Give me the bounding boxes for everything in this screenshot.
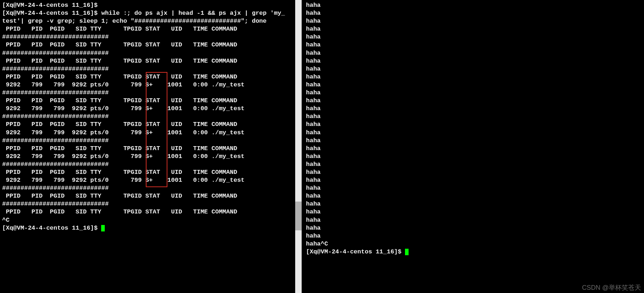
hash-separator: #############################	[2, 89, 293, 97]
hash-separator: #############################	[2, 49, 293, 57]
output-line: haha	[306, 17, 642, 25]
command-line-1: [Xq@VM-24-4-centos 11_16]$ while :; do p…	[2, 9, 293, 17]
prompt-line: [Xq@VM-24-4-centos 11_16]$	[2, 1, 293, 9]
output-line: haha	[306, 49, 642, 57]
ps-header: PPID PID PGID SID TTY TPGID STAT UID TIM…	[2, 208, 293, 216]
output-line: haha	[306, 89, 642, 97]
hash-separator: #############################	[2, 113, 293, 121]
cursor-icon	[101, 225, 105, 231]
ps-header: PPID PID PGID SID TTY TPGID STAT UID TIM…	[2, 73, 293, 81]
hash-separator: #############################	[2, 161, 293, 168]
cursor-icon	[405, 249, 409, 255]
output-line: haha	[306, 65, 642, 73]
prompt-text: [Xq@VM-24-4-centos 11_16]$	[2, 225, 101, 231]
terminal-right-pane[interactable]: haha haha haha haha haha haha haha haha …	[302, 0, 644, 293]
output-line: haha	[306, 161, 642, 168]
scrollbar-track[interactable]	[295, 230, 302, 293]
hash-separator: #############################	[2, 200, 293, 208]
ps-header: PPID PID PGID SID TTY TPGID STAT UID TIM…	[2, 121, 293, 129]
scrollbar[interactable]	[295, 0, 302, 293]
output-line: haha	[306, 105, 642, 113]
output-line: haha	[306, 224, 642, 232]
hash-separator: #############################	[2, 137, 293, 145]
ps-process-row: 9292 799 799 9292 pts/0 799 S+ 1001 0:00…	[2, 176, 293, 184]
ps-process-row: 9292 799 799 9292 pts/0 799 S+ 1001 0:00…	[2, 81, 293, 89]
prompt-line: [Xq@VM-24-4-centos 11_16]$	[306, 248, 642, 256]
output-line: haha	[306, 57, 642, 65]
ps-header: PPID PID PGID SID TTY TPGID STAT UID TIM…	[2, 97, 293, 105]
output-line: haha	[306, 153, 642, 161]
output-line: haha	[306, 73, 642, 81]
hash-separator: #############################	[2, 65, 293, 73]
interrupt-line: haha^C	[306, 240, 642, 248]
ps-header: PPID PID PGID SID TTY TPGID STAT UID TIM…	[2, 41, 293, 49]
output-line: haha	[306, 33, 642, 41]
ps-process-row: 9292 799 799 9292 pts/0 799 S+ 1001 0:00…	[2, 105, 293, 113]
output-line: haha	[306, 137, 642, 145]
output-line: haha	[306, 145, 642, 153]
output-line: haha	[306, 176, 642, 184]
prompt-text: [Xq@VM-24-4-centos 11_16]$	[306, 248, 405, 255]
output-line: haha	[306, 168, 642, 176]
output-line: haha	[306, 184, 642, 192]
output-line: haha	[306, 9, 642, 17]
interrupt-line: ^C	[2, 216, 293, 224]
ps-header: PPID PID PGID SID TTY TPGID STAT UID TIM…	[2, 57, 293, 65]
output-line: haha	[306, 1, 642, 9]
ps-header: PPID PID PGID SID TTY TPGID STAT UID TIM…	[2, 25, 293, 33]
ps-process-row: 9292 799 799 9292 pts/0 799 S+ 1001 0:00…	[2, 153, 293, 161]
scrollbar-thumb[interactable]	[295, 202, 302, 230]
prompt-line: [Xq@VM-24-4-centos 11_16]$	[2, 224, 293, 232]
output-line: haha	[306, 113, 642, 121]
ps-header: PPID PID PGID SID TTY TPGID STAT UID TIM…	[2, 145, 293, 153]
hash-separator: #############################	[2, 184, 293, 192]
output-line: haha	[306, 208, 642, 216]
output-line: haha	[306, 192, 642, 200]
ps-header: PPID PID PGID SID TTY TPGID STAT UID TIM…	[2, 168, 293, 176]
output-line: haha	[306, 121, 642, 129]
output-line: haha	[306, 200, 642, 208]
scrollbar-track[interactable]	[295, 0, 302, 202]
output-line: haha	[306, 41, 642, 49]
output-line: haha	[306, 81, 642, 89]
terminal-left-pane[interactable]: [Xq@VM-24-4-centos 11_16]$ [Xq@VM-24-4-c…	[0, 0, 295, 293]
output-line: haha	[306, 232, 642, 240]
hash-separator: #############################	[2, 33, 293, 41]
command-line-2: test'| grep -v grep; sleep 1; echo "####…	[2, 17, 293, 25]
ps-process-row: 9292 799 799 9292 pts/0 799 S+ 1001 0:00…	[2, 129, 293, 137]
ps-header: PPID PID PGID SID TTY TPGID STAT UID TIM…	[2, 192, 293, 200]
output-line: haha	[306, 25, 642, 33]
output-line: haha	[306, 97, 642, 105]
output-line: haha	[306, 216, 642, 224]
output-line: haha	[306, 129, 642, 137]
watermark-text: CSDN @举杯笑苍天	[582, 284, 641, 292]
